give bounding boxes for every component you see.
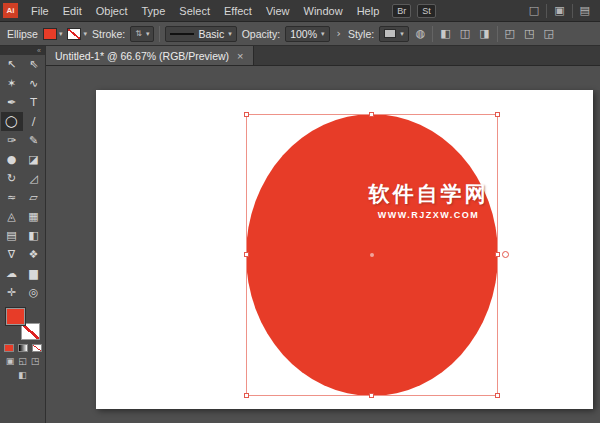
app-grid-icon[interactable]: □ (529, 4, 539, 17)
divider (572, 4, 573, 18)
align-horizontal-center-icon[interactable]: ◫ (458, 27, 472, 40)
stroke-color-control[interactable]: ▾ (67, 28, 87, 40)
menu-effect[interactable]: Effect (217, 5, 259, 17)
type-tool[interactable]: T (23, 93, 45, 112)
close-icon[interactable]: × (237, 50, 243, 62)
brush-stroke-preview (170, 33, 194, 35)
draw-normal-icon[interactable]: ▣ (6, 356, 15, 366)
menu-edit[interactable]: Edit (56, 5, 89, 17)
document-tab[interactable]: Untitled-1* @ 66.67% (RGB/Preview) × (46, 46, 254, 65)
align-vertical-top-icon[interactable]: ◰ (503, 27, 517, 40)
pencil-tool[interactable]: ✎ (23, 131, 45, 150)
selection-handle-ne[interactable] (495, 112, 500, 117)
scale-tool[interactable]: ◿ (23, 169, 45, 188)
menu-help[interactable]: Help (350, 5, 387, 17)
fill-proxy-swatch[interactable] (6, 308, 25, 325)
fill-color-control[interactable]: ▾ (43, 28, 63, 40)
eraser-tool[interactable]: ◪ (23, 150, 45, 169)
zoom-tool[interactable]: ◎ (23, 283, 45, 302)
opacity-label: Opacity: (242, 28, 281, 40)
control-bar: Ellipse ▾ ▾ Stroke: ⇅ ▾ Basic ▾ Opacity:… (0, 22, 600, 46)
tools-panel: « ↖ ⇖ ✶ ∿ ✒ T ◯ ∕ ✑ ✎ ● ◪ ↻ ◿ ≈ ▱ ◬ ▦ ▤ (0, 46, 46, 423)
blob-brush-tool[interactable]: ● (1, 150, 23, 169)
fill-swatch (43, 28, 57, 40)
selection-tool[interactable]: ↖ (1, 55, 23, 74)
opacity-combo[interactable]: 100% ▾ (285, 26, 329, 42)
toolbar-collapse-button[interactable]: « (0, 46, 45, 55)
style-swatch (384, 29, 396, 38)
magic-wand-tool[interactable]: ✶ (1, 74, 23, 93)
selection-handle-s[interactable] (369, 393, 374, 398)
stroke-proxy-swatch[interactable] (21, 323, 40, 340)
free-transform-tool[interactable]: ▱ (23, 188, 45, 207)
ellipse-tool[interactable]: ◯ (1, 112, 23, 131)
style-combo[interactable]: ▾ (379, 26, 409, 42)
chevron-down-icon: ▾ (146, 30, 150, 38)
menu-window[interactable]: Window (297, 5, 350, 17)
fill-stroke-indicator (6, 308, 40, 340)
workspace-switcher-icon[interactable]: ▤ (580, 4, 590, 17)
width-tool[interactable]: ≈ (1, 188, 23, 207)
tool-grid: ↖ ⇖ ✶ ∿ ✒ T ◯ ∕ ✑ ✎ ● ◪ ↻ ◿ ≈ ▱ ◬ ▦ ▤ ◧ (1, 55, 45, 302)
selection-handle-w[interactable] (244, 252, 249, 257)
perspective-grid-tool[interactable]: ▦ (23, 207, 45, 226)
canvas[interactable]: 软件自学网 WWW.RJZXW.COM (46, 66, 600, 423)
watermark-url: WWW.RJZXW.COM (346, 210, 511, 220)
menu-type[interactable]: Type (135, 5, 173, 17)
menu-bar: Ai File Edit Object Type Select Effect V… (0, 0, 600, 22)
hand-tool[interactable]: ✛ (1, 283, 23, 302)
symbol-sprayer-tool[interactable]: ☁ (1, 264, 23, 283)
mesh-tool[interactable]: ▤ (1, 226, 23, 245)
draw-inside-icon[interactable]: ◳ (31, 356, 40, 366)
stock-button[interactable]: St (417, 4, 436, 18)
brush-definition-value: Basic (198, 28, 224, 40)
arrange-documents-icon[interactable]: ▣ (554, 4, 564, 17)
selection-handle-n[interactable] (369, 112, 374, 117)
selection-handle-se[interactable] (495, 393, 500, 398)
bridge-button[interactable]: Br (392, 4, 411, 18)
menubar-right-icons: □ ▣ ▤ (529, 4, 600, 18)
selection-handle-nw[interactable] (244, 112, 249, 117)
brush-definition-combo[interactable]: Basic ▾ (165, 26, 236, 42)
color-button[interactable] (4, 344, 14, 352)
paintbrush-tool[interactable]: ✑ (1, 131, 23, 150)
rotate-tool[interactable]: ↻ (1, 169, 23, 188)
selection-bounding-box (246, 114, 498, 396)
align-horizontal-right-icon[interactable]: ◨ (477, 27, 491, 40)
stepper-icon[interactable]: ⇅ (135, 29, 142, 38)
direct-selection-tool[interactable]: ⇖ (23, 55, 45, 74)
selection-handle-e[interactable] (495, 252, 500, 257)
stroke-swatch (67, 28, 81, 40)
line-tool[interactable]: ∕ (23, 112, 45, 131)
lasso-tool[interactable]: ∿ (23, 74, 45, 93)
eyedropper-tool[interactable]: ∇ (1, 245, 23, 264)
chevron-down-icon: ▾ (228, 30, 232, 38)
divider (432, 26, 433, 42)
recolor-artwork-icon[interactable]: ◍ (414, 27, 428, 40)
draw-behind-icon[interactable]: ◱ (18, 356, 27, 366)
menu-file[interactable]: File (24, 5, 56, 17)
blend-tool[interactable]: ❖ (23, 245, 45, 264)
none-button[interactable] (32, 344, 42, 352)
center-point-marker (370, 253, 374, 257)
align-horizontal-left-icon[interactable]: ◧ (438, 27, 452, 40)
divider (546, 4, 547, 18)
chevron-down-icon: ▾ (59, 30, 63, 38)
menu-select[interactable]: Select (172, 5, 217, 17)
menu-object[interactable]: Object (89, 5, 135, 17)
column-graph-tool[interactable]: ▆ (23, 264, 45, 283)
shape-side-widget[interactable] (502, 251, 509, 258)
gradient-button[interactable] (18, 344, 28, 352)
align-vertical-bottom-icon[interactable]: ◲ (541, 27, 555, 40)
stroke-weight-combo[interactable]: ⇅ ▾ (130, 26, 154, 42)
drawing-mode-buttons: ▣ ◱ ◳ (6, 356, 40, 366)
align-vertical-center-icon[interactable]: ◳ (522, 27, 536, 40)
screen-mode-icon[interactable]: ◧ (18, 370, 27, 380)
selection-handle-sw[interactable] (244, 393, 249, 398)
pen-tool[interactable]: ✒ (1, 93, 23, 112)
shape-builder-tool[interactable]: ◬ (1, 207, 23, 226)
gradient-tool[interactable]: ◧ (23, 226, 45, 245)
submenu-arrow-icon[interactable]: › (335, 27, 343, 40)
menu-view[interactable]: View (259, 5, 297, 17)
opacity-value: 100% (290, 28, 317, 40)
